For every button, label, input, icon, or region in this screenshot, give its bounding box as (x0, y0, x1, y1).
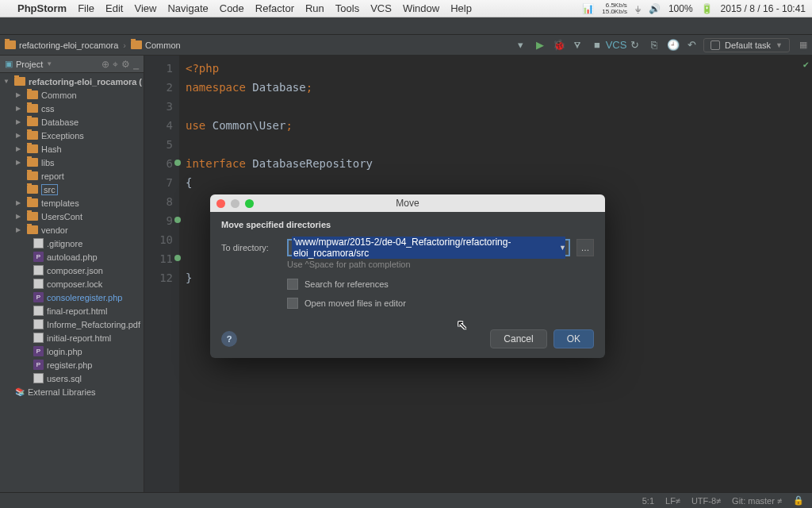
tree-item[interactable]: composer.lock (0, 277, 144, 291)
line-number[interactable]: 9 (144, 211, 173, 230)
line-separator[interactable]: LF≠ (665, 496, 680, 506)
cancel-button[interactable]: Cancel (490, 329, 546, 348)
tree-item[interactable]: ▶templates (0, 196, 144, 210)
run-icon[interactable]: ▶ (534, 39, 546, 52)
project-tree[interactable]: ▼refactoring-eloi_rocamora (▶Common▶css▶… (0, 73, 144, 492)
menu-help[interactable]: Help (450, 2, 472, 14)
tree-arrow-icon[interactable]: ▶ (16, 159, 24, 166)
tree-item[interactable]: ▶Database (0, 115, 144, 129)
tree-arrow-icon[interactable]: ▶ (16, 145, 24, 152)
tree-item[interactable]: report (0, 169, 144, 183)
line-number[interactable]: 4 (144, 116, 173, 135)
default-task-selector[interactable]: Default task ▼ (703, 38, 790, 52)
help-icon[interactable]: ? (221, 331, 237, 347)
close-icon[interactable] (216, 199, 225, 208)
tree-item[interactable]: Pautoload.php (0, 250, 144, 264)
line-number[interactable]: 8 (144, 192, 173, 211)
git-branch[interactable]: Git: master ≠ (732, 496, 782, 506)
tree-item[interactable]: ▼refactoring-eloi_rocamora ( (0, 75, 144, 88)
line-number[interactable]: 10 (144, 230, 173, 249)
vcs-icon[interactable]: VCS (610, 39, 622, 52)
search-references-checkbox[interactable] (287, 279, 298, 290)
tree-arrow-icon[interactable]: ▶ (16, 199, 24, 206)
menu-code[interactable]: Code (220, 2, 244, 14)
line-number[interactable]: 7 (144, 173, 173, 192)
browse-button[interactable]: … (576, 239, 594, 256)
tree-item[interactable]: users.sql (0, 371, 144, 385)
tree-item[interactable]: initial-report.html (0, 331, 144, 344)
dropdown-icon[interactable]: ▾ (515, 39, 527, 52)
debug-icon[interactable]: 🐞 (553, 39, 565, 52)
revert-icon[interactable]: ↶ (686, 39, 699, 52)
menu-vcs[interactable]: VCS (370, 2, 392, 14)
line-number[interactable]: 11 (144, 249, 173, 268)
status-graph-icon[interactable]: 📊 (582, 3, 594, 14)
app-name[interactable]: PhpStorm (17, 2, 67, 14)
tree-item[interactable]: ▶Common (0, 88, 144, 102)
tree-item[interactable]: .gitignore (0, 237, 144, 250)
line-number[interactable]: 5 (144, 135, 173, 154)
coverage-icon[interactable]: ⛛ (572, 39, 584, 52)
tree-item[interactable]: 📚External Libraries (0, 385, 144, 398)
line-number[interactable]: 12 (144, 268, 173, 287)
menu-tools[interactable]: Tools (335, 2, 359, 14)
menu-view[interactable]: View (134, 2, 156, 14)
wifi-icon[interactable]: ⏚ (635, 3, 641, 14)
tree-arrow-icon[interactable]: ▶ (16, 91, 24, 98)
volume-icon[interactable]: 🔊 (649, 3, 661, 14)
tree-item[interactable]: ▶Hash (0, 142, 144, 156)
breadcrumb-folder[interactable]: Common (131, 40, 181, 50)
tree-arrow-icon[interactable]: ▼ (3, 78, 11, 85)
update-icon[interactable]: ↻ (629, 39, 642, 52)
line-number[interactable]: 6 (144, 154, 173, 173)
menu-navigate[interactable]: Navigate (167, 2, 208, 14)
menu-edit[interactable]: Edit (105, 2, 123, 14)
breadcrumb-root[interactable]: refactoring-eloi_rocamora (5, 40, 118, 50)
line-number[interactable]: 3 (144, 97, 173, 116)
code-line[interactable]: <?php (186, 59, 373, 78)
tree-item[interactable]: Pregister.php (0, 358, 144, 371)
caret-position[interactable]: 5:1 (642, 496, 654, 506)
code-line[interactable]: namespace Database; (186, 78, 373, 97)
project-title[interactable]: ▣ Project ▼ (5, 59, 52, 69)
collapse-icon[interactable]: ⊕ (102, 59, 109, 70)
code-line[interactable]: use Common\User; (186, 116, 373, 135)
tree-item[interactable]: ▶UsersCont (0, 210, 144, 223)
dialog-titlebar[interactable]: Move (210, 194, 605, 212)
tree-arrow-icon[interactable]: ▶ (16, 132, 24, 139)
tree-item[interactable]: composer.json (0, 264, 144, 277)
to-directory-input[interactable]: 'www/mpwar/2015-2/de-04_Refactoring/refa… (287, 239, 570, 256)
line-number[interactable]: 1 (144, 59, 173, 78)
code-line[interactable] (186, 97, 373, 116)
commit-icon[interactable]: ⎘ (648, 39, 661, 52)
code-line[interactable] (186, 135, 373, 154)
line-number[interactable]: 2 (144, 78, 173, 97)
tree-arrow-icon[interactable]: ▶ (16, 105, 24, 112)
tree-item[interactable]: ▶css (0, 102, 144, 115)
menu-file[interactable]: File (78, 2, 94, 14)
stop-icon[interactable]: ■ (591, 39, 603, 52)
tree-arrow-icon[interactable]: ▶ (16, 118, 24, 125)
tree-arrow-icon[interactable]: ▶ (16, 213, 24, 220)
tree-item[interactable]: ▶vendor (0, 223, 144, 237)
tree-item[interactable]: final-report.html (0, 304, 144, 318)
settings-icon[interactable]: ⚙ (121, 59, 130, 70)
open-moved-checkbox[interactable] (287, 298, 298, 309)
menu-refactor[interactable]: Refactor (255, 2, 294, 14)
zoom-icon[interactable] (245, 199, 254, 208)
menu-run[interactable]: Run (305, 2, 324, 14)
menu-window[interactable]: Window (403, 2, 439, 14)
tree-item[interactable]: ▶libs (0, 156, 144, 169)
tree-item[interactable]: Plogin.php (0, 344, 144, 358)
chevron-down-icon[interactable]: ▼ (559, 244, 566, 252)
tree-item[interactable]: Pconsoleregister.php (0, 291, 144, 304)
history-icon[interactable]: 🕘 (667, 39, 680, 52)
code-line[interactable]: interface DatabaseRepository (186, 154, 373, 173)
layout-icon[interactable]: ▦ (799, 40, 807, 50)
target-icon[interactable]: ⌖ (113, 59, 118, 70)
lock-icon[interactable]: 🔒 (793, 495, 804, 506)
tree-item[interactable]: src (0, 183, 144, 196)
tree-item[interactable]: ▶Exceptions (0, 129, 144, 142)
file-encoding[interactable]: UTF-8≠ (691, 496, 721, 506)
ok-button[interactable]: OK (553, 329, 594, 348)
